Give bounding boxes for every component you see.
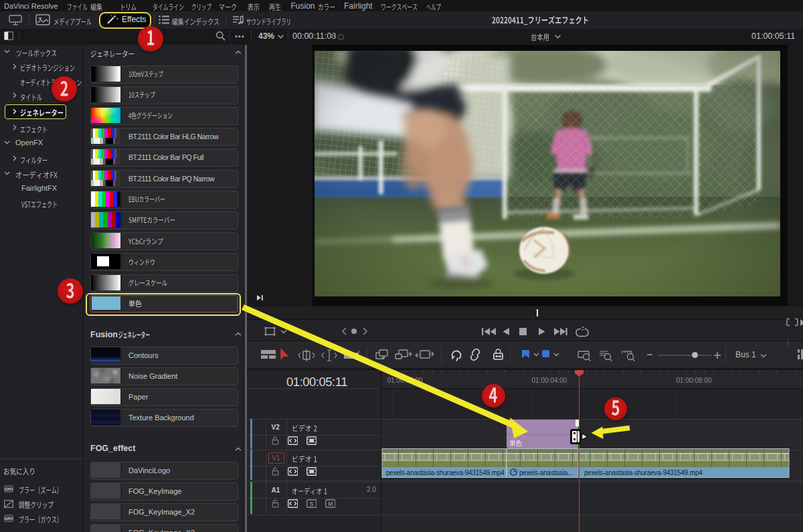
svg-text:M: M [328, 500, 333, 507]
svg-text:S: S [309, 500, 313, 507]
svg-text:GPU: GPU [5, 487, 13, 491]
svg-text:GPU: GPU [5, 517, 13, 521]
